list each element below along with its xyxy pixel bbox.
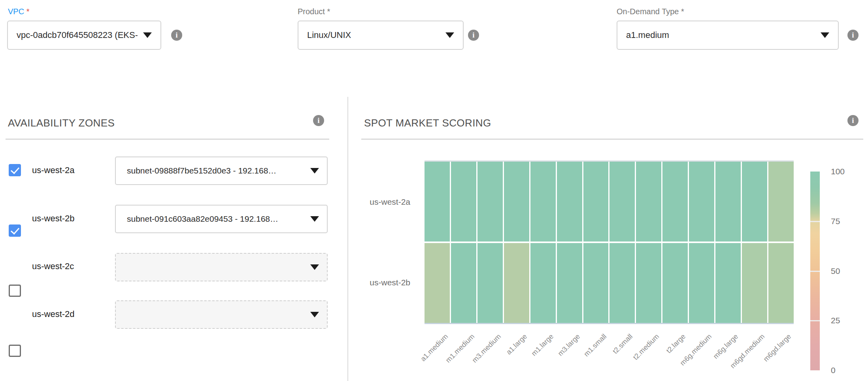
heatmap-cell[interactable] xyxy=(715,162,741,241)
heatmap-cell[interactable] xyxy=(636,243,661,323)
zone-label: us-west-2b xyxy=(32,213,75,224)
heatmap-col-label: m6gd.large xyxy=(762,332,793,364)
legend-tick-label: 50 xyxy=(831,266,840,276)
heatmap-cell[interactable] xyxy=(425,162,450,241)
product-label: Product * xyxy=(298,7,330,16)
availability-zones-title: AVAILABILITY ZONES xyxy=(8,117,115,129)
dropdown-caret-icon xyxy=(310,264,319,270)
heatmap-col-labels: a1.mediumm1.mediumm3.mediuma1.largem1.la… xyxy=(425,323,794,381)
heatmap-cell[interactable] xyxy=(530,243,556,323)
heatmap-col-label: t2.large xyxy=(664,332,687,355)
heatmap-cell[interactable] xyxy=(768,162,794,241)
zone-checkbox-us-west-2d[interactable] xyxy=(9,345,21,357)
heatmap-col-label: m3.large xyxy=(556,332,581,358)
heatmap-cell[interactable] xyxy=(583,162,609,241)
on-demand-type-select[interactable]: a1.medium xyxy=(617,21,839,50)
heatmap-cell[interactable] xyxy=(715,243,741,323)
heatmap-col-label: t2.small xyxy=(611,332,635,356)
heatmap-col-label: a1.large xyxy=(505,332,529,356)
on-demand-type-info-icon[interactable]: i xyxy=(847,30,859,41)
legend-tick-label: 0 xyxy=(831,366,836,375)
subnet-select-value: subnet-091c603aa82e09453 - 192.168… xyxy=(127,214,278,224)
heatmap-cell[interactable] xyxy=(689,162,714,241)
legend-tick-label: 100 xyxy=(831,167,845,176)
heatmap-cell[interactable] xyxy=(477,243,503,323)
heatmap-col-label: t2.medium xyxy=(632,332,661,362)
legend-tick-label: 75 xyxy=(831,217,840,226)
heatmap-cell[interactable] xyxy=(636,162,661,241)
legend-tick-line xyxy=(810,271,820,272)
heatmap-color-legend xyxy=(810,172,820,370)
vpc-info-icon[interactable]: i xyxy=(171,30,182,41)
vpc-select[interactable]: vpc-0adcb70f645508223 (EKS-VPC) xyxy=(7,21,161,50)
heatmap-row-label: us-west-2b xyxy=(370,278,410,287)
subnet-select-us-west-2d[interactable] xyxy=(115,300,328,329)
heatmap-cell[interactable] xyxy=(609,162,635,241)
heatmap-cell[interactable] xyxy=(662,162,688,241)
heatmap-col-label: m1.large xyxy=(530,332,555,358)
legend-tick-line xyxy=(810,221,820,222)
heatmap-col-label: m1.small xyxy=(582,332,608,358)
heatmap-cell[interactable] xyxy=(504,162,529,241)
product-info-icon[interactable]: i xyxy=(468,30,479,41)
subnet-select-us-west-2a[interactable]: subnet-09888f7be5152d0e3 - 192.168… xyxy=(115,157,328,185)
spot-market-scoring-divider xyxy=(361,139,863,140)
on-demand-type-select-value: a1.medium xyxy=(626,30,669,40)
heatmap-cell[interactable] xyxy=(477,162,503,241)
on-demand-type-label: On-Demand Type * xyxy=(617,7,684,16)
vpc-select-value: vpc-0adcb70f645508223 (EKS-VPC) xyxy=(17,30,138,40)
subnet-select-us-west-2c[interactable] xyxy=(115,253,328,281)
heatmap-row-label: us-west-2a xyxy=(370,197,410,207)
heatmap-cell[interactable] xyxy=(530,162,556,241)
heatmap-cell[interactable] xyxy=(742,162,767,241)
heatmap-cell[interactable] xyxy=(609,243,635,323)
heatmap-cell[interactable] xyxy=(742,243,767,323)
dropdown-caret-icon xyxy=(310,216,319,222)
availability-zones-info-icon[interactable]: i xyxy=(313,115,324,126)
legend-tick-label: 25 xyxy=(831,316,840,325)
spot-market-heatmap xyxy=(425,160,794,324)
heatmap-cell[interactable] xyxy=(504,243,529,323)
heatmap-cell[interactable] xyxy=(689,243,714,323)
dropdown-caret-icon xyxy=(445,32,454,38)
zone-checkbox-us-west-2b[interactable] xyxy=(9,224,21,237)
heatmap-cell[interactable] xyxy=(425,243,450,323)
zone-label: us-west-2c xyxy=(32,261,74,272)
heatmap-cell[interactable] xyxy=(768,243,794,323)
zone-label: us-west-2a xyxy=(32,165,75,175)
heatmap-cell[interactable] xyxy=(451,243,476,323)
heatmap-cell[interactable] xyxy=(557,162,582,241)
dropdown-caret-icon xyxy=(310,312,319,317)
dropdown-caret-icon xyxy=(821,32,829,38)
subnet-select-us-west-2b[interactable]: subnet-091c603aa82e09453 - 192.168… xyxy=(115,205,328,233)
heatmap-cell[interactable] xyxy=(662,243,688,323)
zone-checkbox-us-west-2c[interactable] xyxy=(9,285,21,297)
heatmap-cell[interactable] xyxy=(583,243,609,323)
subnet-select-value: subnet-09888f7be5152d0e3 - 192.168… xyxy=(127,166,276,175)
legend-tick-line xyxy=(810,320,820,321)
zone-checkbox-us-west-2a[interactable] xyxy=(9,164,21,176)
dropdown-caret-icon xyxy=(310,168,319,174)
dropdown-caret-icon xyxy=(143,32,152,38)
zone-label: us-west-2d xyxy=(32,309,75,319)
spot-market-scoring-info-icon[interactable]: i xyxy=(847,115,859,126)
availability-zones-divider xyxy=(6,139,329,140)
heatmap-cell[interactable] xyxy=(451,162,476,241)
heatmap-row-labels: us-west-2aus-west-2b xyxy=(327,0,410,381)
heatmap-cell[interactable] xyxy=(557,243,582,323)
vpc-label: VPC * xyxy=(8,7,29,16)
